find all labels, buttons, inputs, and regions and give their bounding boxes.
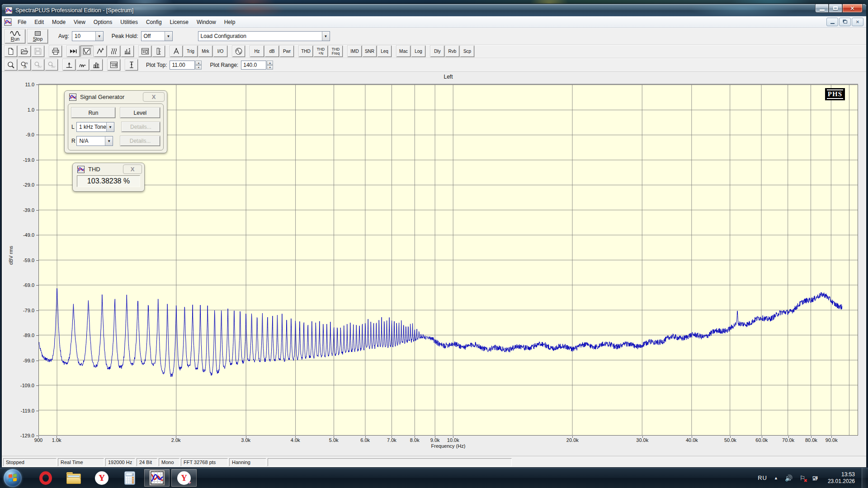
mac-button[interactable]: Mac — [396, 46, 410, 57]
control-window-button[interactable] — [139, 46, 151, 57]
taskbar-opera-button[interactable] — [32, 469, 60, 487]
right-channel-label: R — [71, 138, 76, 144]
spectrum-display-button[interactable] — [80, 46, 93, 57]
menu-item-help[interactable]: Help — [220, 17, 240, 27]
options-window-button[interactable] — [108, 59, 120, 70]
stop-square-icon — [35, 31, 41, 36]
y-axis-title: dBV rms — [8, 242, 14, 269]
plot-top-spinner[interactable]: ▲▼ — [195, 61, 202, 70]
waveform-display-button[interactable] — [94, 46, 107, 57]
peak-marker-button[interactable] — [63, 59, 75, 70]
thd-button[interactable]: THD — [299, 46, 313, 57]
scale-ruler-button[interactable] — [152, 46, 165, 57]
rvb-button[interactable]: Rvb — [445, 46, 459, 57]
pwr-button[interactable]: Pwr — [280, 46, 294, 57]
action-center-icon[interactable]: ⚐✖ — [799, 474, 805, 482]
signal-generator-panel: Signal Generator X Run Level L 1 kHz Ton… — [64, 90, 167, 153]
menu-item-config[interactable]: Config — [142, 17, 166, 27]
load-configuration-combo[interactable]: Load Configuration ▼ — [198, 31, 330, 41]
printer-button[interactable] — [49, 46, 62, 57]
thd-close-button[interactable]: X — [123, 164, 142, 174]
child-minimize-button[interactable] — [826, 18, 838, 26]
generator-level-button[interactable]: Level — [120, 108, 160, 118]
tray-expand-icon[interactable]: ▲ — [774, 476, 778, 480]
open-folder-button[interactable] — [18, 46, 31, 57]
menu-item-window[interactable]: Window — [193, 17, 220, 27]
y-tick-mark — [36, 335, 38, 336]
snr-button[interactable]: SNR — [363, 46, 377, 57]
volume-icon[interactable]: 🔊 — [785, 474, 793, 482]
scale-ruler-icon — [155, 47, 163, 55]
y-axis-label: -109.0 — [4, 383, 34, 388]
menu-item-edit[interactable]: Edit — [30, 17, 48, 27]
y-axis-label: -79.0 — [4, 308, 34, 313]
network-icon[interactable]: 🖳 — [812, 474, 818, 482]
y-tick-mark — [36, 185, 38, 185]
spectrogram-display-button[interactable] — [108, 46, 120, 57]
taskbar-yandex-sparkle-button[interactable]: Y✦ — [171, 469, 197, 487]
scp-button[interactable]: Scp — [460, 46, 474, 57]
generator-run-button[interactable]: Run — [71, 108, 115, 118]
thd-freq-button[interactable]: THD Freq — [329, 46, 343, 57]
transport-toolbar: Run Stop Avg: 10 ▼ Peak Hold: Off ▼ Load… — [2, 28, 866, 45]
x-axis-label: 7.0k — [381, 437, 402, 443]
zoom-in-2x-button[interactable]: IN2X — [18, 59, 31, 70]
overlay-display-button[interactable] — [121, 46, 134, 57]
right-details-button[interactable]: Details... — [120, 136, 160, 146]
peak-hold-combo[interactable]: Off ▼ — [141, 31, 173, 41]
log-button[interactable]: Log — [411, 46, 425, 57]
new-file-button[interactable] — [5, 46, 17, 57]
signal-generator-body: Run Level L 1 kHz Tone ▼ Details... R — [68, 103, 164, 150]
dly-button[interactable]: Dly — [430, 46, 444, 57]
avg-combo[interactable]: 10 ▼ — [72, 31, 104, 41]
menu-item-view[interactable]: View — [70, 17, 90, 27]
left-channel-label: L — [71, 124, 76, 130]
taskbar-calculator-button[interactable]: 0 — [116, 469, 144, 487]
show-desktop-button[interactable] — [862, 468, 866, 488]
mrk-button[interactable]: Mrk — [198, 46, 212, 57]
i-o-button[interactable]: I/O — [213, 46, 227, 57]
clock[interactable]: 13:53 23.01.2026 — [828, 471, 855, 485]
histogram-button[interactable] — [90, 59, 103, 70]
taskbar-spectraplus-button[interactable] — [144, 469, 170, 487]
left-details-button[interactable]: Details... — [122, 122, 160, 132]
taskbar-explorer-button[interactable] — [60, 469, 88, 487]
x-tick-mark — [176, 436, 176, 438]
language-indicator[interactable]: RU — [758, 474, 767, 481]
child-close-button[interactable]: ✕ — [852, 18, 863, 26]
imd-button[interactable]: IMD — [348, 46, 362, 57]
zoom-button[interactable] — [5, 59, 17, 70]
plot-top-input[interactable]: 11.00 — [170, 61, 195, 70]
sine-generator-button[interactable] — [232, 46, 245, 57]
start-button[interactable] — [4, 469, 22, 487]
menu-item-license[interactable]: License — [166, 17, 193, 27]
menu-item-utilities[interactable]: Utilities — [116, 17, 142, 27]
trig-button[interactable]: Trig — [184, 46, 198, 57]
hz-button[interactable]: Hz — [250, 46, 264, 57]
thd-n-button[interactable]: THD +N — [314, 46, 328, 57]
menu-item-mode[interactable]: Mode — [48, 17, 70, 27]
signal-generator-close-button[interactable]: X — [143, 92, 165, 102]
calibrate-compass-button[interactable] — [170, 46, 183, 57]
menu-item-file[interactable]: File — [14, 17, 30, 27]
menu-item-options[interactable]: Options — [90, 17, 116, 27]
left-signal-combo[interactable]: 1 kHz Tone ▼ — [76, 122, 114, 132]
stop-button[interactable]: Stop — [28, 29, 48, 43]
maximize-button[interactable] — [829, 4, 842, 13]
leq-button[interactable]: Leq — [377, 46, 392, 57]
child-minimize-icon — [830, 23, 835, 24]
child-restore-button[interactable] — [839, 18, 851, 26]
y-axis-label: -9.0 — [4, 132, 34, 137]
plot-range-spinner[interactable]: ▲▼ — [267, 61, 273, 70]
taskbar-yandex-button[interactable]: Y — [88, 469, 116, 487]
marker-ibeam-button[interactable] — [125, 59, 138, 70]
fast-forward-button[interactable] — [67, 46, 80, 57]
plot-range-input[interactable]: 140.0 — [241, 61, 266, 70]
smooth-curve-button[interactable] — [76, 59, 89, 70]
run-button[interactable]: Run — [5, 29, 25, 43]
y-tick-mark — [36, 260, 38, 261]
right-signal-combo[interactable]: N/A ▼ — [76, 136, 113, 146]
minimize-button[interactable] — [815, 4, 829, 13]
close-button[interactable]: ✕ — [842, 4, 863, 13]
db-button[interactable]: dB — [265, 46, 279, 57]
